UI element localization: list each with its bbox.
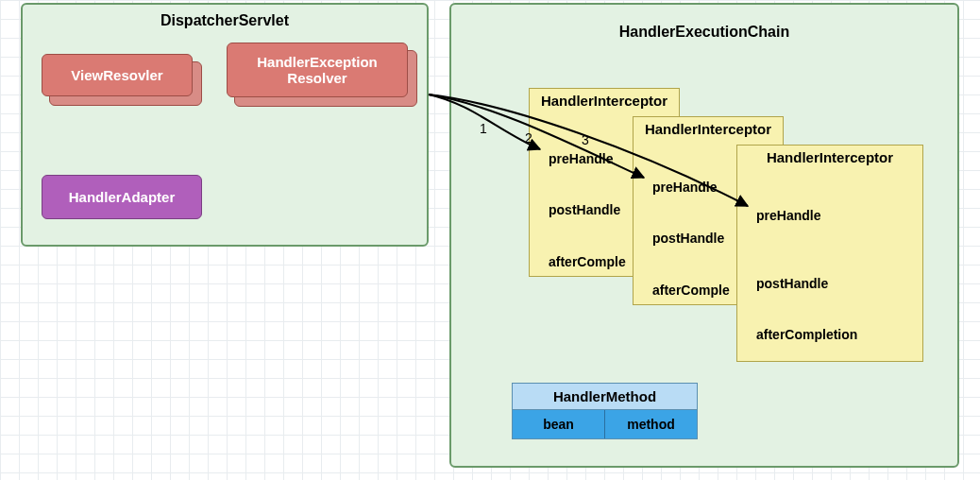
handler-adapter-box: HandlerAdapter [42, 175, 202, 219]
handler-interceptor-3: HandlerInterceptor preHandle postHandle … [736, 145, 923, 362]
interceptor-3-after: afterCompletion [756, 327, 857, 342]
arrow-label-3: 3 [582, 132, 589, 147]
handler-method-title: HandlerMethod [513, 384, 697, 410]
dispatcher-servlet-panel: DispatcherServlet ViewResovler HandlerEx… [21, 3, 429, 247]
chain-title: HandlerExecutionChain [451, 24, 957, 41]
interceptor-2-after: afterComple [652, 283, 730, 298]
view-resolver-label: ViewResovler [71, 67, 162, 83]
handler-method-bean: bean [513, 410, 605, 438]
handler-method-row: bean method [513, 410, 697, 438]
interceptor-1-prehandle: preHandle [549, 151, 613, 166]
interceptor-2-posthandle: postHandle [652, 231, 724, 246]
handler-adapter-label: HandlerAdapter [69, 189, 176, 205]
interceptor-3-title: HandlerInterceptor [737, 149, 922, 165]
arrow-label-2: 2 [525, 130, 532, 146]
handler-method-box: HandlerMethod bean method [512, 383, 698, 439]
dispatcher-title: DispatcherServlet [23, 12, 427, 29]
handler-method-method: method [605, 410, 697, 438]
exception-resolver-label: HandlerException Resolver [257, 54, 378, 86]
view-resolver-box: ViewResovler [42, 54, 193, 96]
exception-resolver-stack: HandlerException Resolver [227, 43, 408, 97]
exception-resolver-box: HandlerException Resolver [227, 43, 408, 97]
handler-execution-chain-panel: HandlerExecutionChain HandlerInterceptor… [449, 3, 959, 468]
interceptor-2-title: HandlerInterceptor [634, 121, 783, 137]
arrow-label-1: 1 [480, 121, 487, 136]
interceptor-3-prehandle: preHandle [756, 208, 820, 223]
interceptor-1-posthandle: postHandle [549, 202, 620, 217]
interceptor-1-after: afterComple [549, 254, 626, 269]
view-resolver-stack: ViewResovler [42, 54, 193, 96]
interceptor-2-prehandle: preHandle [652, 180, 717, 195]
interceptor-1-title: HandlerInterceptor [530, 93, 679, 109]
interceptor-3-posthandle: postHandle [756, 276, 828, 291]
